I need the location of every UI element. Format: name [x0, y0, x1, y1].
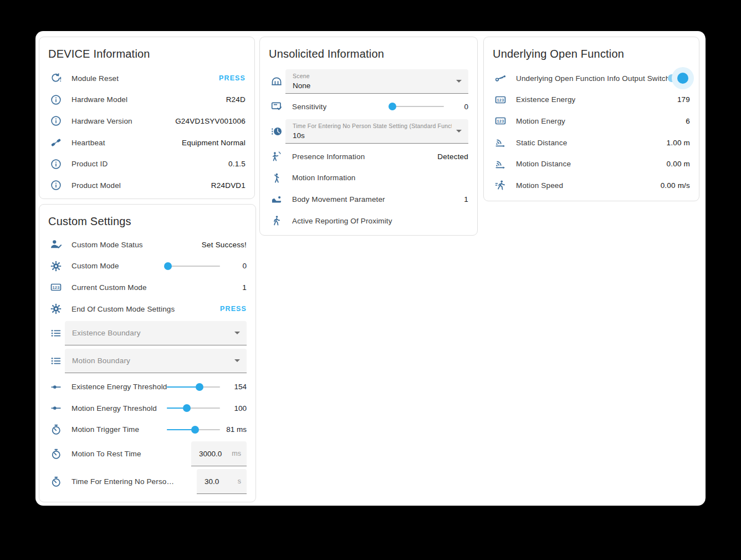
signal-distance-icon [494, 136, 507, 149]
row-label: Hardware Model [71, 95, 127, 104]
motion-boundary-select[interactable]: Motion Boundary [65, 349, 247, 373]
tune-icon [49, 401, 63, 415]
format-list-icon [49, 354, 63, 368]
row-value: 6 [686, 117, 690, 125]
toggle-knob[interactable] [677, 73, 688, 84]
counter-icon [494, 93, 507, 106]
motion-energy-threshold-slider[interactable] [167, 404, 220, 412]
chevron-down-icon [234, 332, 240, 334]
row-value: R24D [226, 95, 246, 104]
slider-thumb[interactable] [389, 103, 396, 110]
field-unit: s [238, 477, 241, 485]
device-information-card: DEVICE Information Module Reset PRESS Ha… [39, 37, 255, 199]
list-item: Motion Trigger Time 81 ms [39, 419, 255, 441]
motion-person-icon [270, 171, 283, 185]
timer-icon [49, 447, 63, 461]
module-reset-press-button[interactable]: PRESS [219, 74, 246, 82]
no-person-time-select[interactable]: Time For Entering No Person State Settin… [285, 119, 468, 144]
list-item: Product Model R24DVD1 [39, 175, 254, 196]
row-label: Motion Information [292, 174, 356, 182]
sensitivity-icon [270, 100, 283, 113]
row-value: 1 [242, 283, 247, 292]
info-icon [49, 93, 63, 106]
row-label: Module Reset [71, 74, 119, 83]
row-label: Product ID [71, 160, 108, 168]
page-title: DEVICE Information [48, 46, 246, 62]
row-label: Active Reporting Of Proximity [292, 217, 392, 225]
page-title: Unsolicited Information [269, 46, 468, 62]
list-item: Time For Entering No Person State Settin… [260, 119, 477, 144]
row-label: Current Custom Mode [71, 283, 147, 292]
row-label: Product Model [71, 181, 121, 190]
list-item: Existence Boundary [39, 321, 255, 345]
restart-alert-icon [49, 72, 63, 85]
slider-thumb[interactable] [196, 383, 203, 391]
row-label: Motion Energy Threshold [71, 404, 157, 413]
list-item: Motion Energy Threshold 100 [39, 398, 255, 419]
chevron-down-icon [456, 80, 462, 83]
body-movement-icon [270, 192, 283, 206]
row-value: 0.1.5 [228, 160, 246, 168]
key-icon [494, 72, 507, 85]
scene-select[interactable]: Scene None [285, 69, 468, 94]
list-item: Static Distance 1.00 m [484, 132, 699, 154]
status-badge: Set Success! [202, 241, 247, 249]
list-item: Heartbeat Equipment Normal [39, 132, 254, 154]
row-label: Existence Energy [516, 95, 575, 104]
list-item: Module Reset PRESS [39, 68, 254, 89]
timer-icon [49, 423, 63, 436]
row-label: Motion To Rest Time [71, 450, 141, 458]
motion-to-rest-time-input[interactable]: 3000.0 ms [191, 441, 247, 466]
list-item: Motion Distance 0.00 m [484, 153, 699, 175]
select-value: 10s [293, 131, 305, 140]
row-label: Body Movement Parameter [292, 195, 385, 203]
chevron-down-icon [456, 130, 462, 133]
list-item: Sensitivity 0 [260, 94, 477, 119]
row-label: Presence Information [292, 152, 365, 161]
slider-value: 100 [220, 404, 247, 413]
presence-waves-icon [270, 150, 283, 163]
row-label: Existence Energy Threshold [71, 383, 167, 391]
row-label: Heartbeat [71, 139, 105, 147]
page-title: Custom Settings [48, 213, 247, 229]
tune-icon [49, 380, 63, 394]
signal-distance-icon [494, 157, 507, 171]
row-value: Equipment Normal [182, 139, 246, 147]
slider-thumb[interactable] [183, 404, 191, 412]
list-item: Underlying Open Function Info Output Swi… [484, 68, 699, 89]
slider-value: 81 ms [220, 425, 247, 434]
motion-trigger-time-slider[interactable] [167, 426, 220, 434]
power-plug-icon [49, 136, 63, 149]
row-label: Time For Entering No Perso… [71, 477, 174, 486]
list-item: Custom Mode 0 [39, 256, 255, 277]
select-placeholder: Existence Boundary [72, 329, 141, 337]
existence-boundary-select[interactable]: Existence Boundary [65, 321, 247, 345]
account-check-icon [49, 238, 63, 251]
list-item: Custom Mode Status Set Success! [39, 234, 255, 256]
timer-icon [49, 475, 63, 488]
row-label: Motion Speed [516, 181, 563, 190]
list-item: Scene None [260, 69, 477, 94]
slider-thumb[interactable] [191, 426, 199, 434]
row-label: Custom Mode [71, 262, 119, 270]
list-item: Product ID 0.1.5 [39, 153, 254, 175]
row-label: Static Distance [516, 139, 567, 147]
slider-thumb[interactable] [164, 262, 172, 270]
list-item: End Of Custom Mode Settings PRESS [39, 298, 255, 320]
info-icon [49, 179, 63, 192]
row-value: 0.00 m/s [661, 181, 690, 190]
list-item: Existence Energy 179 [484, 89, 699, 111]
end-custom-mode-press-button[interactable]: PRESS [220, 305, 247, 313]
existence-energy-threshold-slider[interactable] [167, 383, 220, 391]
run-speed-icon [494, 179, 507, 192]
custom-mode-slider[interactable] [167, 262, 220, 270]
field-value: 30.0 [205, 477, 219, 486]
row-value: G24VD1SYV001006 [175, 117, 246, 125]
sensitivity-slider[interactable] [389, 103, 444, 110]
gear-icon [49, 259, 63, 273]
select-label: Scene [293, 73, 452, 79]
walk-icon [270, 214, 283, 227]
no-person-time-input[interactable]: 30.0 s [197, 469, 247, 494]
list-item: Motion Energy 6 [484, 110, 699, 132]
underlying-open-function-switch[interactable] [668, 73, 687, 84]
